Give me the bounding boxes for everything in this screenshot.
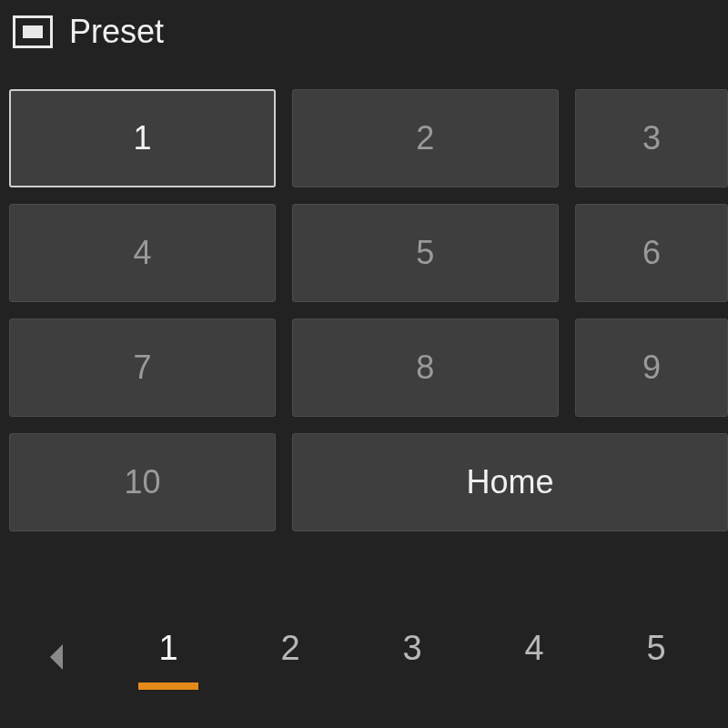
panel-header: Preset [9,13,728,51]
pager-page-2[interactable]: 2 [229,620,351,695]
preset-button-2[interactable]: 2 [292,89,559,187]
preset-row: 7 8 9 [9,318,728,417]
pager-label: 2 [280,629,299,667]
preset-row: 10 Home [9,433,728,531]
pager-label: 5 [646,629,665,667]
pager-page-1[interactable]: 1 [107,620,229,695]
pager-label: 3 [402,629,421,667]
svg-marker-2 [50,644,63,670]
preset-button-7[interactable]: 7 [9,318,276,417]
pager-label: 4 [524,629,543,667]
preset-button-1[interactable]: 1 [9,89,276,187]
preset-monitor-icon [13,15,53,48]
pager-page-4[interactable]: 4 [473,620,595,695]
pager-underline [138,682,198,690]
preset-button-10[interactable]: 10 [9,433,276,531]
pager-page-3[interactable]: 3 [351,620,473,695]
preset-button-5[interactable]: 5 [292,204,559,302]
preset-panel: Preset 1 2 3 4 5 6 7 8 9 10 Home [0,0,728,728]
preset-button-6[interactable]: 6 [575,204,728,302]
preset-button-8[interactable]: 8 [292,318,559,417]
preset-grid: 1 2 3 4 5 6 7 8 9 10 Home [9,89,728,531]
chevron-left-icon[interactable] [42,639,73,675]
preset-button-9[interactable]: 9 [575,318,728,417]
panel-title: Preset [69,13,164,51]
preset-button-4[interactable]: 4 [9,204,276,302]
pager: 1 2 3 4 5 [0,612,728,703]
svg-rect-1 [23,25,43,38]
preset-row: 1 2 3 [9,89,728,187]
preset-button-3[interactable]: 3 [575,89,728,187]
preset-home-button[interactable]: Home [292,433,728,531]
preset-row: 4 5 6 [9,204,728,302]
pager-page-5[interactable]: 5 [595,620,717,695]
pager-label: 1 [158,629,177,667]
